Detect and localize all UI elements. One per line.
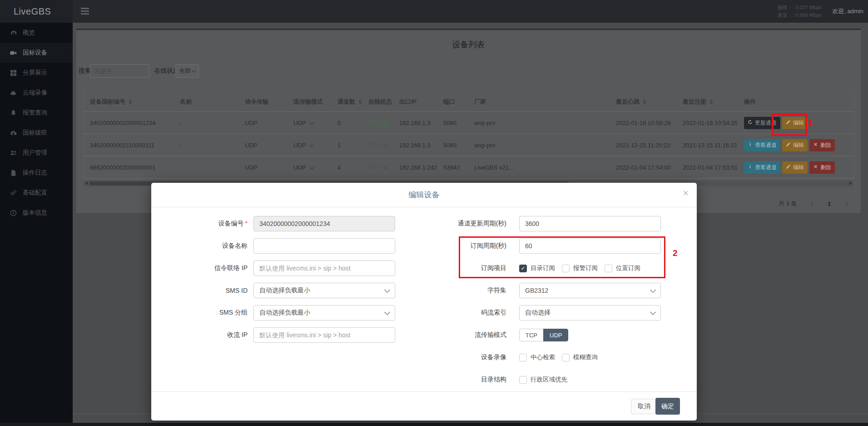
send-rate: 发送 ↓ : 0.006 Mbps [778, 11, 822, 19]
edit-button[interactable]: 编辑 [782, 161, 808, 174]
column-header-registered[interactable]: 最近注册 [683, 92, 713, 111]
sort-icon[interactable] [643, 100, 646, 105]
sidebar-item-cloud-record[interactable]: 云端录像 [0, 83, 73, 103]
sidebar-item-version-info[interactable]: 版本信息 [0, 203, 73, 223]
channel-update-period-input[interactable] [519, 216, 661, 231]
form-row-charset: 字符集GB2312 [428, 283, 694, 298]
sidebar-item-gb-devices[interactable]: 国标设备 [0, 43, 73, 63]
cloud-upload-icon [10, 130, 17, 136]
sidebar-item-split-screen[interactable]: 分屏展示 [0, 63, 73, 83]
bar-chart-icon[interactable] [382, 141, 388, 149]
bar-chart-icon[interactable] [382, 119, 388, 126]
label-text: 目录结构 [481, 376, 506, 383]
cell-device-id: 34020000002110000111 [90, 134, 154, 156]
confirm-button[interactable]: 确定 [655, 398, 680, 415]
cell-channels: 1 [337, 134, 341, 156]
sidebar-item-overview[interactable]: 概览 [0, 23, 73, 43]
device-name-input[interactable] [253, 238, 395, 254]
cell-registered: 2022-01-18 10:54:25 [683, 112, 738, 134]
checkbox-unchecked[interactable] [605, 265, 612, 272]
edit-button[interactable]: 编辑 [782, 117, 808, 129]
recv-stream-ip-input[interactable] [253, 327, 395, 343]
menu-toggle-icon[interactable] [81, 8, 89, 9]
checkbox-unchecked[interactable] [562, 265, 570, 272]
chevron-down-icon[interactable] [310, 165, 314, 169]
cancel-button[interactable]: 取消 [631, 399, 657, 414]
search-input[interactable] [90, 64, 149, 78]
cell-stream-mode[interactable]: UDP [293, 112, 313, 134]
total-count: 共 3 条 [779, 200, 797, 208]
delete-button[interactable]: 删除 [809, 139, 835, 151]
checkbox-unchecked[interactable] [562, 354, 570, 361]
column-label: 最近注册 [683, 98, 706, 106]
online-status-select[interactable]: 全部 [175, 64, 199, 78]
field-label-charset: 字符集 [428, 286, 506, 295]
action-button-label: 编辑 [793, 164, 804, 171]
current-page[interactable]: 1 [828, 200, 831, 207]
checkbox-unchecked[interactable] [519, 354, 527, 361]
stream-index-select[interactable]: 自动选择 [519, 305, 661, 321]
cell-stream-mode[interactable]: UDP [293, 134, 313, 156]
sms-id-select[interactable]: 自动选择负载最小 [253, 283, 395, 298]
pencil-icon [786, 142, 791, 148]
up-arrow-icon: ↑ [789, 5, 792, 10]
column-label: 出口IP [399, 98, 417, 106]
form-row-device-id: 设备编号* [151, 216, 412, 231]
sort-icon[interactable] [709, 100, 713, 105]
cell-registered: 2021-12-15 11:16:22 [683, 134, 737, 156]
sip-contact-ip-input[interactable] [253, 261, 395, 276]
sidebar: LiveGBS 概览国标设备分屏展示云端录像报警查询国标级联用户管理操作日志基础… [0, 0, 73, 423]
form-row-stream-transport-mode: 流传输模式TCPUDP [428, 327, 694, 343]
chevron-down-icon[interactable] [310, 120, 314, 125]
close-icon[interactable]: × [683, 188, 689, 198]
action-button-label: 查看通道 [755, 164, 777, 171]
column-header-device_id[interactable]: 设备国标编号 [90, 92, 132, 111]
checkbox-unchecked[interactable] [519, 376, 527, 384]
view-button[interactable]: 查看通道 [744, 161, 780, 174]
sidebar-item-alarm-query[interactable]: 报警查询 [0, 103, 73, 123]
sidebar-item-op-log[interactable]: 操作日志 [0, 163, 73, 183]
form-row-sms-id: SMS ID自动选择负载最小 [151, 283, 412, 298]
welcome-user[interactable]: 欢迎, admin [832, 0, 863, 23]
table-body: 34020000002000001234-UDPUDP0在线192.168.1.… [84, 112, 854, 179]
prev-page-button[interactable]: ‹ [808, 199, 816, 208]
sidebar-item-user-mgmt[interactable]: 用户管理 [0, 143, 73, 163]
modal-title: 编辑设备 [151, 183, 697, 207]
chevron-down-icon [192, 68, 196, 73]
update-button[interactable]: 更新通道 [744, 117, 780, 129]
info-small-icon [748, 142, 753, 148]
select-value: GB2312 [525, 287, 548, 294]
cell-stream-mode[interactable]: UDP [293, 156, 313, 178]
column-header-channels[interactable]: 通道数 [337, 92, 362, 111]
sort-icon[interactable] [129, 100, 132, 105]
cell-name: - [180, 156, 182, 178]
action-button-label: 删除 [820, 164, 831, 171]
sidebar-item-gb-cascade[interactable]: 国标级联 [0, 123, 73, 143]
column-header-heartbeat[interactable]: 最近心跳 [616, 92, 646, 111]
status-badge: 离线 [368, 141, 388, 149]
scroll-right-icon[interactable] [849, 181, 852, 185]
modal-footer: 取消 确定 [151, 391, 697, 421]
toggle-option-tcp[interactable]: TCP [519, 329, 544, 341]
sidebar-item-label: 国标设备 [23, 49, 47, 57]
checkbox-label: 报警订阅 [573, 264, 598, 272]
column-header-stream_mode: 流传输模式 [293, 92, 323, 111]
bar-chart-icon[interactable] [382, 164, 388, 171]
charset-select[interactable]: GB2312 [519, 283, 661, 298]
sms-group-select[interactable]: 自动选择负载最小 [253, 305, 395, 321]
form-row-channel-update-period: 通道更新周期(秒) [428, 216, 694, 231]
sidebar-item-basic-config[interactable]: 基础配置 [0, 183, 73, 203]
view-button[interactable]: 查看通道 [744, 139, 780, 151]
chevron-down-icon[interactable] [310, 142, 314, 147]
subscribe-period-input[interactable] [519, 238, 661, 254]
field-label-stream-index: 码流索引 [428, 309, 506, 317]
sort-icon[interactable] [358, 100, 362, 105]
delete-button[interactable]: 删除 [809, 161, 835, 174]
toggle-option-udp[interactable]: UDP [543, 329, 568, 341]
edit-button[interactable]: 编辑 [782, 139, 808, 151]
column-header-transport: 信令传输 [245, 92, 268, 111]
label-text: 信令联络 IP [214, 264, 248, 271]
checkbox-checked[interactable]: ✓ [519, 265, 527, 272]
next-page-button[interactable]: › [843, 199, 851, 208]
scroll-left-icon[interactable] [85, 181, 88, 185]
